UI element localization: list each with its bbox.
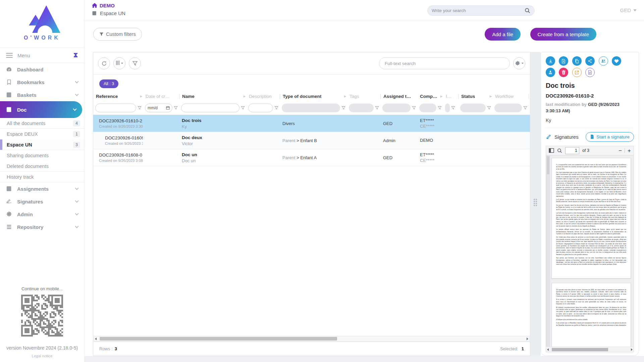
filter-icon[interactable] [451, 106, 455, 110]
download-button[interactable] [546, 56, 555, 66]
table-settings-button[interactable] [513, 57, 525, 69]
scroll-left-icon[interactable] [95, 338, 97, 340]
sidebar-item-all-documents[interactable]: All the documents 4 [0, 118, 84, 129]
menu-toggle[interactable]: Menu [0, 48, 84, 63]
panel-resizer[interactable] [530, 52, 541, 356]
column-header-reference[interactable]: Reference▸ [93, 94, 143, 99]
search-icon[interactable] [557, 148, 562, 153]
breadcrumb-space[interactable]: Espace UN [92, 10, 125, 16]
company-filter-select[interactable] [419, 104, 436, 112]
legal-notice-link[interactable]: Legal notice [0, 354, 84, 358]
date-filter-input[interactable]: mm/d [145, 104, 172, 112]
column-header-name[interactable]: Name▸ [179, 94, 246, 99]
filters-button[interactable] [129, 57, 141, 69]
sidebar-item-admin[interactable]: Admin [0, 208, 84, 221]
sidebar-item-espace-deux[interactable]: Espace DEUX 1 [0, 129, 84, 139]
status-filter-select[interactable] [460, 104, 486, 112]
sidebar-item-bookmarks[interactable]: Bookmarks [0, 76, 84, 88]
table-row[interactable]: DOC230926-01608-0 Created on 9/26/2023 3… [93, 149, 530, 166]
table-horizontal-scrollbar[interactable] [94, 336, 530, 342]
tags-filter-select[interactable] [349, 104, 374, 112]
add-file-button[interactable]: Add a file [485, 28, 521, 41]
filter-icon[interactable] [438, 106, 442, 110]
filter-icon[interactable] [412, 106, 416, 110]
fulltext-search[interactable] [379, 57, 510, 69]
filter-icon[interactable] [341, 106, 345, 110]
refresh-button[interactable] [98, 57, 110, 69]
sidebar-item-dashboard[interactable]: Dashboard [0, 63, 84, 76]
column-header-tags[interactable]: Tags [347, 94, 380, 99]
scroll-right-icon[interactable] [631, 348, 633, 351]
sidebar-toggle-icon[interactable] [549, 148, 554, 153]
fulltext-search-input[interactable] [385, 61, 504, 66]
name-filter-input[interactable] [181, 104, 239, 112]
sidebar-item-espace-un[interactable]: Espace UN 3 [0, 139, 84, 150]
column-header-status[interactable]: Status▸ [458, 94, 492, 99]
sidebar-item-assignments[interactable]: Assignments [0, 182, 84, 195]
column-header-i[interactable]: I… [443, 94, 458, 99]
all-count-badge[interactable]: All : 3 [99, 79, 118, 88]
scrollbar-thumb[interactable] [100, 337, 337, 341]
create-from-template-button[interactable]: Create from a template [530, 28, 596, 41]
copy-button[interactable] [572, 56, 582, 66]
workflow-filter-select[interactable] [494, 104, 522, 112]
table-row[interactable]: DOC230926-01610-2 Created on 9/26/2023 3… [93, 115, 530, 132]
column-header-date[interactable]: Date of cr… [143, 94, 179, 99]
start-signature-button[interactable]: Start a signature [586, 132, 634, 142]
zoom-out-button[interactable]: − [619, 148, 622, 154]
reference-filter-input[interactable] [95, 104, 136, 112]
filter-icon[interactable] [523, 106, 527, 110]
columns-button[interactable] [113, 57, 125, 69]
scroll-left-icon[interactable] [547, 348, 549, 351]
sidebar-item-repository[interactable]: Repository [0, 221, 84, 233]
sidebar-item-sharing-documents[interactable]: Sharing documents [0, 150, 84, 161]
action-bar: Custom filters Add a file Create from a … [85, 21, 644, 46]
pin-icon[interactable] [73, 53, 78, 58]
global-search[interactable] [427, 5, 535, 16]
favorite-button[interactable] [612, 56, 621, 66]
share-button[interactable] [585, 56, 595, 66]
document-info-button[interactable] [585, 68, 595, 77]
scroll-right-icon[interactable] [527, 338, 528, 340]
sidebar-item-deleted-documents[interactable]: Deleted documents [0, 161, 84, 172]
open-external-button[interactable] [572, 68, 582, 77]
type-filter-select[interactable] [282, 104, 340, 112]
sidebar-item-history-track[interactable]: History track [0, 172, 84, 182]
page-number-input[interactable] [565, 147, 579, 154]
scrollbar-thumb[interactable] [547, 156, 549, 174]
pdf-horizontal-scrollbar[interactable] [546, 347, 634, 352]
search-icon[interactable] [525, 8, 530, 13]
filter-icon[interactable] [241, 106, 245, 110]
breadcrumb-home[interactable]: DEMO [92, 3, 125, 8]
column-header-workflow[interactable]: Workflow [492, 94, 529, 99]
pdf-vertical-scrollbar[interactable] [546, 156, 550, 347]
drag-handle-icon[interactable] [534, 199, 538, 206]
users-button[interactable] [599, 56, 608, 66]
table-row[interactable]: w DOC230926-01609-0 Created on 9/26/2023… [93, 132, 530, 149]
pdf-pages-view[interactable]: Il y a aujourd'hui trois cent quarante-h… [546, 156, 634, 347]
column-header-y[interactable]: Y… [529, 94, 530, 99]
assigned-filter-select[interactable] [382, 104, 411, 112]
filter-icon[interactable] [274, 106, 278, 110]
filter-icon[interactable] [487, 106, 491, 110]
sidebar-item-doc[interactable]: Doc [0, 101, 82, 118]
sidebar-item-baskets[interactable]: Baskets [0, 88, 84, 101]
delete-button[interactable] [559, 68, 568, 77]
column-header-company[interactable]: Comp…▸ [417, 94, 443, 99]
filter-icon[interactable] [138, 106, 142, 110]
i-filter-select[interactable] [445, 104, 450, 112]
filter-icon[interactable] [174, 106, 178, 110]
column-header-assigned[interactable]: Assigned t… [380, 94, 417, 99]
stamp-button[interactable] [546, 68, 555, 77]
custom-filters-button[interactable]: Custom filters [93, 28, 142, 41]
user-menu[interactable]: GED [620, 7, 637, 13]
sidebar-item-signatures[interactable]: Signatures [0, 195, 84, 208]
column-header-type[interactable]: Type of document▸ [280, 94, 347, 99]
filter-icon[interactable] [375, 106, 379, 110]
description-filter-input[interactable] [248, 104, 273, 112]
global-search-input[interactable] [432, 8, 525, 13]
column-header-description[interactable]: Description [246, 94, 280, 99]
zoom-in-button[interactable]: + [628, 148, 631, 154]
scrollbar-thumb[interactable] [552, 348, 608, 351]
upload-version-button[interactable] [559, 56, 568, 66]
